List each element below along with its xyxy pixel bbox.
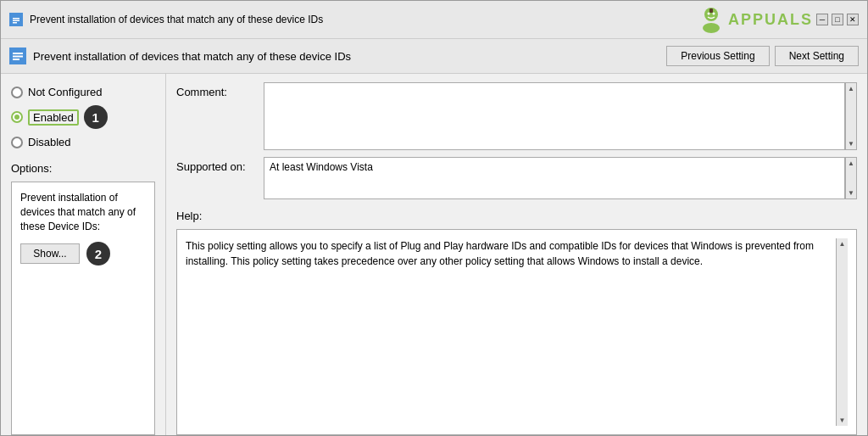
radio-enabled[interactable]: Enabled 1 <box>11 105 155 129</box>
scroll-up-arrow-2: ▲ <box>848 159 854 167</box>
header-policy-icon <box>9 48 26 64</box>
svg-rect-1 <box>13 18 19 20</box>
svg-rect-3 <box>13 22 17 24</box>
supported-value: At least Windows Vista <box>264 157 845 199</box>
comment-row: Comment: ▲ ▼ <box>176 82 857 150</box>
radio-input-not-configured[interactable] <box>11 87 23 98</box>
window-controls: ─ □ ✕ <box>816 14 859 25</box>
svg-rect-8 <box>709 8 713 13</box>
radio-label-not-configured: Not Configured <box>28 86 102 98</box>
previous-setting-button[interactable]: Previous Setting <box>666 46 769 66</box>
show-button-container: Show... 2 <box>20 242 146 266</box>
main-window: Prevent installation of devices that mat… <box>0 0 868 436</box>
svg-point-5 <box>703 23 720 33</box>
supported-scrollbar[interactable]: ▲ ▼ <box>845 157 857 199</box>
header-bar-left: Prevent installation of devices that mat… <box>9 48 351 64</box>
svg-rect-10 <box>13 53 23 54</box>
scroll-down-arrow-2: ▼ <box>848 189 854 197</box>
options-section: Options: Prevent installation of devices… <box>11 162 155 435</box>
radio-input-enabled[interactable] <box>11 111 23 123</box>
radio-group: Not Configured Enabled 1 <box>11 86 155 148</box>
watermark-text: APPUALS <box>728 11 813 29</box>
header-title: Prevent installation of devices that mat… <box>33 50 351 63</box>
supported-row: Supported on: At least Windows Vista ▲ ▼ <box>176 157 857 199</box>
radio-label-enabled: Enabled <box>28 109 79 126</box>
minimize-button[interactable]: ─ <box>816 14 828 25</box>
badge-1: 1 <box>84 105 108 129</box>
title-bar-right: APPUALS ─ □ ✕ <box>698 6 859 33</box>
badge-2: 2 <box>86 242 110 266</box>
right-content: Comment: ▲ ▼ Supported on: At least Wind… <box>166 74 867 435</box>
help-box: This policy setting allows you to specif… <box>176 229 857 435</box>
title-icon <box>9 13 23 26</box>
scroll-up-arrow: ▲ <box>848 85 854 92</box>
show-button[interactable]: Show... <box>20 243 80 264</box>
help-title: Help: <box>176 210 857 222</box>
comment-scrollbar[interactable]: ▲ ▼ <box>845 82 857 150</box>
title-bar-left: Prevent installation of devices that mat… <box>9 13 323 26</box>
comment-label: Comment: <box>176 82 257 98</box>
radio-disabled[interactable]: Disabled <box>11 136 155 148</box>
help-section: Help: This policy setting allows you to … <box>176 210 857 435</box>
header-navigation: Previous Setting Next Setting <box>666 46 859 66</box>
options-description: Prevent installation of devices that mat… <box>20 191 146 233</box>
watermark: APPUALS <box>698 6 813 33</box>
help-text: This policy setting allows you to specif… <box>186 238 836 426</box>
badge-1-text: 1 <box>92 110 99 125</box>
radio-dot-enabled <box>14 115 19 120</box>
window-title: Prevent installation of devices that mat… <box>30 14 323 25</box>
svg-rect-2 <box>13 20 19 22</box>
help-scroll-down: ▼ <box>839 416 846 424</box>
badge-2-text: 2 <box>95 247 102 261</box>
close-button[interactable]: ✕ <box>847 14 859 25</box>
comment-textarea-wrapper: ▲ ▼ <box>264 82 857 150</box>
maximize-button[interactable]: □ <box>832 14 843 25</box>
options-title: Options: <box>11 162 155 175</box>
radio-input-disabled[interactable] <box>11 137 23 148</box>
watermark-character-icon <box>698 6 725 33</box>
svg-point-6 <box>707 13 709 15</box>
title-bar: Prevent installation of devices that mat… <box>1 1 867 39</box>
help-scrollbar[interactable]: ▲ ▼ <box>836 238 848 426</box>
svg-point-7 <box>712 13 715 15</box>
options-box: Prevent installation of devices that mat… <box>11 182 155 435</box>
enabled-badge-container: Enabled 1 <box>28 105 108 129</box>
radio-label-disabled: Disabled <box>28 136 71 148</box>
svg-rect-11 <box>13 56 23 58</box>
radio-not-configured[interactable]: Not Configured <box>11 86 155 98</box>
svg-rect-12 <box>13 59 19 60</box>
next-setting-button[interactable]: Next Setting <box>775 46 859 66</box>
comment-textarea[interactable] <box>264 82 845 150</box>
header-bar: Prevent installation of devices that mat… <box>1 39 867 74</box>
supported-wrapper: At least Windows Vista ▲ ▼ <box>264 157 857 199</box>
scroll-down-arrow: ▼ <box>848 140 854 148</box>
supported-label: Supported on: <box>176 157 257 173</box>
help-scroll-up: ▲ <box>839 240 846 248</box>
